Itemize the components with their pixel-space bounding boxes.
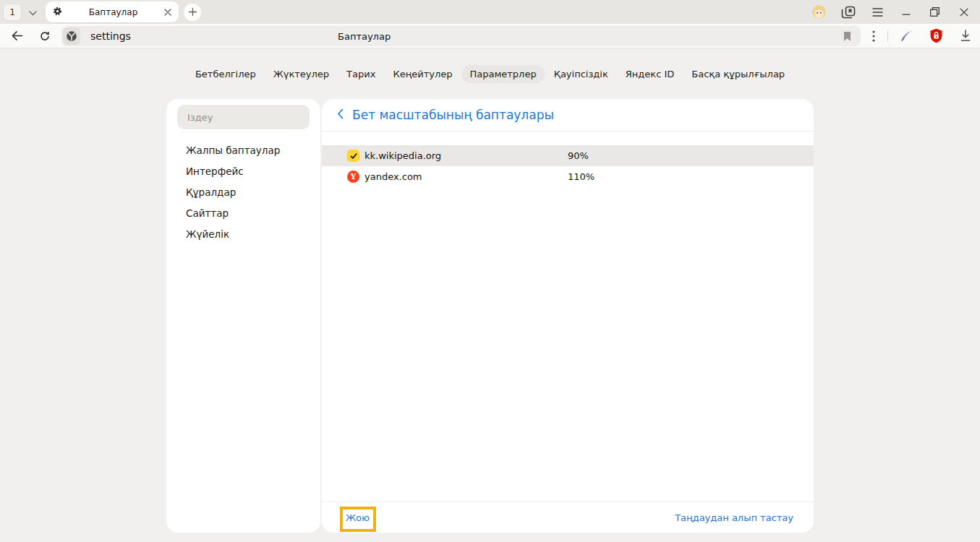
tab-list-dropdown-button[interactable] — [25, 4, 41, 21]
tab-counter-button[interactable]: 1 — [3, 4, 22, 21]
tab-groups-icon[interactable] — [841, 6, 856, 19]
sidebar-section-list: Жалпы баптаулар Интерфейс Құралдар Сайтт… — [177, 140, 310, 245]
nav-tab-settings[interactable]: Параметрлер — [461, 65, 545, 83]
quill-extension-icon[interactable] — [898, 24, 915, 48]
card-footer: Жою Таңдаудан алып тастау — [322, 502, 814, 533]
site-zoom-list: kk.wikipedia.org 90% Y yandex.com 110% — [322, 145, 814, 187]
settings-sidebar: Жалпы баптаулар Интерфейс Құралдар Сайтт… — [166, 99, 320, 533]
download-icon[interactable] — [958, 24, 973, 48]
tab-count-label: 1 — [9, 7, 15, 17]
toolbar-divider — [887, 30, 888, 42]
hamburger-menu-icon[interactable] — [872, 8, 883, 17]
zoom-value: 90% — [568, 150, 589, 161]
yandex-browser-logo-icon — [63, 27, 80, 45]
shield-lock-extension-icon[interactable] — [928, 24, 944, 48]
back-button[interactable] — [7, 24, 26, 48]
sidebar-item-general[interactable]: Жалпы баптаулар — [177, 140, 310, 161]
tab-title: Баптаулар — [62, 7, 164, 17]
settings-nav-tabs: Бетбелгілер Жүктеулер Тарих Кеңейтулер П… — [0, 48, 980, 83]
window-close-button[interactable] — [960, 8, 968, 17]
page-zoom-settings-card: Бет масштабының баптаулары kk.wikipedia.… — [322, 99, 814, 533]
bookmark-icon[interactable] — [843, 26, 852, 46]
tab-strip: 1 Баптаулар — [0, 0, 980, 24]
page-title[interactable]: Бет масштабының баптаулары — [352, 108, 554, 122]
kebab-menu-icon[interactable] — [866, 24, 881, 48]
sidebar-item-tools[interactable]: Құралдар — [177, 182, 310, 203]
search-input[interactable] — [177, 105, 310, 129]
nav-tab-other-devices[interactable]: Басқа құрылғылар — [683, 65, 793, 83]
nav-tab-downloads[interactable]: Жүктеулер — [265, 65, 338, 83]
settings-page: Бетбелгілер Жүктеулер Тарих Кеңейтулер П… — [0, 48, 980, 542]
card-header: Бет масштабының баптаулары — [322, 99, 814, 132]
address-page-title: Баптаулар — [338, 26, 391, 46]
sidebar-item-sites[interactable]: Сайттар — [177, 203, 310, 224]
chevron-down-icon — [29, 5, 37, 19]
plus-icon — [189, 5, 197, 19]
sidebar-item-system[interactable]: Жүйелік — [177, 224, 310, 245]
tabstrip-right-controls — [812, 0, 980, 24]
deselect-all-button[interactable]: Таңдаудан алып тастау — [675, 502, 793, 533]
nav-tab-yandex-id[interactable]: Яндекс ID — [617, 65, 683, 83]
checked-checkbox-icon[interactable] — [347, 150, 359, 162]
nav-tab-bookmarks[interactable]: Бетбелгілер — [187, 65, 265, 83]
close-tab-icon[interactable] — [164, 5, 171, 19]
sidebar-item-interface[interactable]: Интерфейс — [177, 161, 310, 182]
nav-tab-security[interactable]: Қауіпсіздік — [545, 65, 617, 83]
user-avatar[interactable] — [812, 5, 826, 19]
gear-icon — [53, 5, 62, 19]
window-minimize-button[interactable] — [902, 8, 911, 17]
yandex-favicon-icon: Y — [347, 171, 359, 183]
site-row-yandex[interactable]: Y yandex.com 110% — [322, 166, 814, 187]
browser-tab-settings[interactable]: Баптаулар — [46, 1, 179, 22]
nav-tab-extensions[interactable]: Кеңейтулер — [384, 65, 461, 83]
site-name: yandex.com — [365, 171, 422, 182]
address-url-text: settings — [90, 30, 131, 42]
nav-tab-history[interactable]: Тарих — [338, 65, 384, 83]
new-tab-button[interactable] — [184, 4, 201, 21]
settings-content: Жалпы баптаулар Интерфейс Құралдар Сайтт… — [166, 99, 814, 533]
zoom-value: 110% — [568, 171, 595, 182]
site-name: kk.wikipedia.org — [365, 150, 441, 161]
reload-button[interactable] — [36, 24, 54, 48]
window-restore-button[interactable] — [930, 7, 939, 17]
browser-toolbar: settings Баптаулар — [0, 24, 980, 48]
address-bar[interactable]: settings Баптаулар — [61, 26, 861, 46]
site-row-wikipedia[interactable]: kk.wikipedia.org 90% — [322, 145, 814, 166]
chevron-left-icon[interactable] — [337, 108, 344, 122]
delete-button[interactable]: Жою — [346, 502, 370, 533]
